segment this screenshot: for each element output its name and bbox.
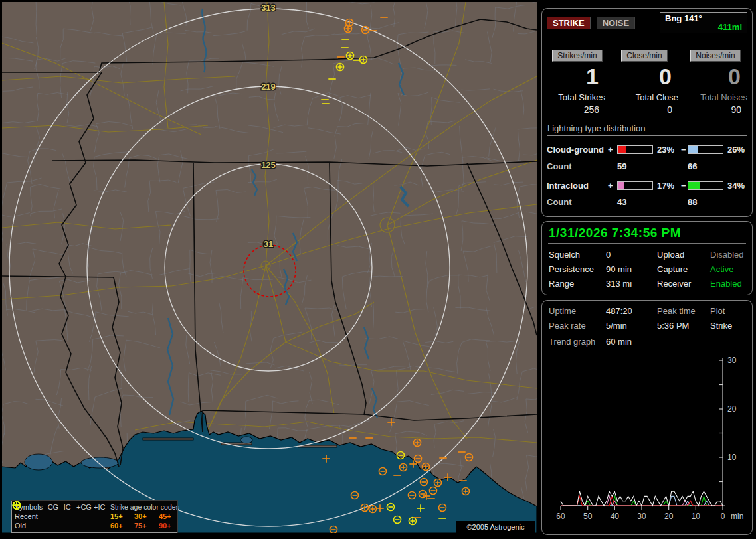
border-florida-north (203, 410, 537, 432)
status-panel: 1/31/2026 7:34:56 PM Squelch 0 Upload Di… (541, 221, 753, 295)
clock-display: 1/31/2026 7:34:56 PM (548, 224, 746, 244)
total-noises-value: 90 (681, 104, 750, 115)
lake (25, 454, 52, 470)
legend-col-+ic: +IC (94, 503, 110, 511)
capture-status: Active (710, 264, 746, 274)
uptime-value: 487:20 (606, 306, 657, 316)
neg-cg-count: 66 (688, 161, 723, 171)
svg-text:219: 219 (261, 82, 276, 92)
svg-text:60: 60 (556, 512, 565, 521)
squelch-label: Squelch (549, 250, 606, 260)
receiver-status: Enabled (710, 279, 746, 289)
strike-counters-panel: STRIKE NOISE Bng 141° 411mi Strikes/min … (541, 8, 753, 217)
legend-col--ic: -IC (61, 503, 76, 511)
map-canvas: 31321912531 (2, 2, 537, 533)
map-legend: Symbols -CG -IC +CG +IC Strike age color… (11, 501, 177, 533)
pos-ic-bar (617, 181, 653, 190)
age-30: 30+ (134, 512, 159, 520)
legend-old-row: Old 60+ 75+ 90+ (15, 521, 174, 530)
neg-ic-bar (688, 181, 723, 190)
pos-cg-pct: 23% (653, 145, 681, 155)
lake (81, 457, 118, 468)
legend-age-header: Strike age color codes (110, 503, 179, 511)
plot-label: Plot (710, 306, 746, 316)
bearing-distance: 411mi (718, 22, 742, 32)
strikes-per-min-badge[interactable]: Strikes/min (552, 50, 602, 62)
noises-per-min-badge[interactable]: Noises/min (690, 50, 740, 62)
neg-cg-bar (688, 145, 723, 154)
total-close-label: Total Close (608, 92, 681, 102)
close-rate: 0 (608, 64, 681, 90)
border-tennessee-south (52, 160, 537, 166)
legend-recent-label: Recent (15, 512, 45, 520)
persistence-label: Persistence (549, 264, 606, 274)
peak-time-label: Peak time (657, 306, 710, 316)
svg-text:20: 20 (664, 512, 674, 521)
svg-text:20: 20 (727, 404, 737, 414)
svg-text:50: 50 (583, 512, 593, 521)
cloud-ground-label: Cloud-ground (547, 145, 608, 155)
peak-rate-label: Peak rate (549, 321, 606, 331)
trend-graph: 6050403020100min102030 (542, 356, 753, 534)
bearing-display: Bng 141° 411mi (660, 12, 747, 33)
receiver-label: Receiver (657, 279, 710, 289)
lake (240, 437, 252, 443)
svg-text:30: 30 (727, 356, 737, 365)
border-horizontal-west (2, 276, 123, 465)
svg-text:30: 30 (637, 512, 646, 521)
peak-time-value: 5:36 PM (657, 321, 710, 331)
count-label: Count (547, 197, 608, 207)
age-75: 75+ (134, 522, 159, 530)
intracloud-count-row: Count 43 88 (547, 194, 747, 210)
peak-rate-value: 5/min (606, 321, 657, 331)
legend-col--cg: -CG (45, 503, 61, 511)
squelch-value: 0 (606, 250, 657, 260)
close-per-min-badge[interactable]: Close/min (621, 50, 667, 62)
svg-text:40: 40 (611, 512, 620, 521)
rivers (167, 9, 409, 418)
copyright-notice: ©2005 Astrogenic Systems (456, 521, 535, 533)
barrier-island (298, 445, 337, 447)
age-15: 15+ (110, 512, 134, 520)
total-strikes-label: Total Strikes (547, 92, 608, 102)
intracloud-label: Intracloud (547, 181, 608, 191)
noises-rate: 0 (681, 64, 750, 90)
count-label: Count (547, 161, 608, 171)
strikes-rate: 1 (547, 64, 608, 90)
legend-header-row: Symbols -CG -IC +CG +IC Strike age color… (15, 502, 174, 512)
pos-cg-count: 59 (617, 161, 653, 171)
plot-value: Strike (710, 321, 746, 331)
bearing-value: Bng 141° (665, 13, 702, 32)
age-60: 60+ (110, 522, 134, 530)
distribution-header: Lightning type distribution (547, 123, 747, 136)
legend-recent-row: Recent 15+ 30+ 45+ (15, 512, 174, 521)
persistence-value: 90 min (606, 264, 657, 274)
strike-mode-button[interactable]: STRIKE (547, 17, 591, 29)
barrier-island (143, 438, 193, 440)
cloud-ground-row: Cloud-ground + 23% − 26% (547, 141, 747, 158)
legend-col-+cg: +CG (76, 503, 94, 511)
age-45: 45+ (159, 512, 179, 520)
svg-text:10: 10 (692, 512, 701, 521)
lightning-map[interactable]: 31321912531 Symbols -CG -IC +CG +IC Stri… (2, 2, 537, 533)
pos-cg-bar (617, 145, 653, 154)
uptime-label: Uptime (549, 306, 606, 316)
pos-ic-pct: 17% (653, 181, 681, 191)
intracloud-row: Intracloud + 17% − 34% (547, 177, 747, 194)
range-value: 313 mi (606, 279, 657, 289)
svg-text:10: 10 (727, 453, 737, 462)
minus-sign: − (681, 145, 688, 155)
trend-graph-label: Trend graph (549, 337, 606, 346)
neg-ic-pct: 34% (723, 181, 751, 191)
lightning-type-distribution: Lightning type distribution Cloud-ground… (547, 123, 747, 210)
svg-text:min: min (731, 512, 743, 521)
minus-sign: − (681, 181, 688, 191)
trend-window-value: 60 min (606, 337, 657, 346)
trend-panel: Uptime 487:20 Peak time Plot Peak rate 5… (541, 300, 753, 535)
svg-text:125: 125 (261, 160, 276, 170)
svg-text:0: 0 (721, 512, 725, 521)
border-mo-ky-tn (2, 19, 537, 72)
noise-mode-button[interactable]: NOISE (597, 17, 635, 29)
plus-sign: + (608, 145, 617, 155)
total-close-value: 0 (608, 104, 681, 115)
